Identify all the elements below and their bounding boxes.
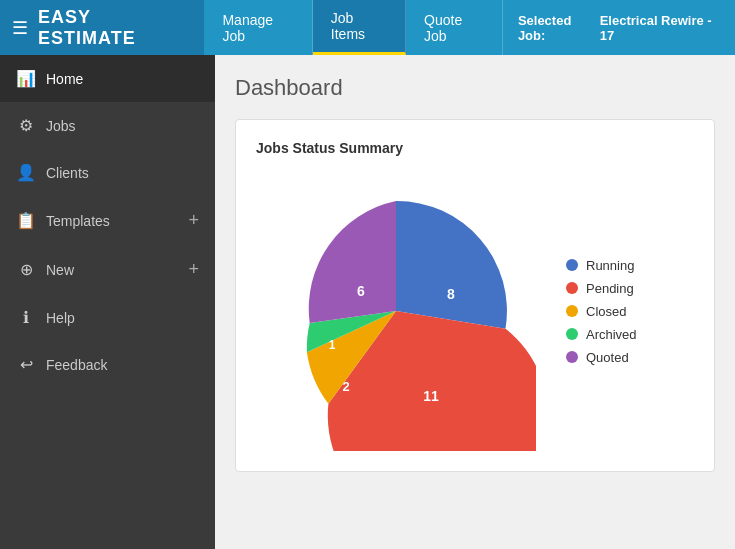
pie-chart: 8 11 2 1 6: [256, 171, 536, 451]
templates-plus-icon[interactable]: +: [188, 210, 199, 231]
svg-text:1: 1: [329, 338, 336, 352]
content-area: Dashboard Jobs Status Summary: [215, 55, 735, 549]
sidebar-item-jobs[interactable]: ⚙ Jobs: [0, 102, 215, 149]
main-layout: 📊 Home ⚙ Jobs 👤 Clients 📋 Templates + ⊕ …: [0, 55, 735, 549]
legend-dot-running: [566, 259, 578, 271]
sidebar-label-help: Help: [46, 310, 199, 326]
sidebar: 📊 Home ⚙ Jobs 👤 Clients 📋 Templates + ⊕ …: [0, 55, 215, 549]
top-bar: ☰ EASY ESTIMATE Manage Job Job Items Quo…: [0, 0, 735, 55]
top-bar-left: ☰ EASY ESTIMATE: [0, 0, 204, 55]
feedback-icon: ↩: [16, 355, 36, 374]
legend-dot-quoted: [566, 351, 578, 363]
new-icon: ⊕: [16, 260, 36, 279]
legend-label-archived: Archived: [586, 327, 637, 342]
sidebar-item-feedback[interactable]: ↩ Feedback: [0, 341, 215, 388]
tab-quote-job[interactable]: Quote Job: [406, 0, 503, 55]
legend-item-running: Running: [566, 258, 637, 273]
chart-legend: Running Pending Closed Archived: [566, 258, 637, 365]
legend-item-pending: Pending: [566, 281, 637, 296]
selected-job: Selected Job: Electrical Rewire - 17: [503, 0, 735, 55]
app-title: EASY ESTIMATE: [38, 7, 192, 49]
sidebar-label-home: Home: [46, 71, 199, 87]
sidebar-label-feedback: Feedback: [46, 357, 199, 373]
sidebar-label-clients: Clients: [46, 165, 199, 181]
sidebar-label-templates: Templates: [46, 213, 178, 229]
home-icon: 📊: [16, 69, 36, 88]
tab-job-items[interactable]: Job Items: [313, 0, 406, 55]
new-plus-icon[interactable]: +: [188, 259, 199, 280]
legend-label-closed: Closed: [586, 304, 626, 319]
jobs-icon: ⚙: [16, 116, 36, 135]
dashboard-card: Jobs Status Summary: [235, 119, 715, 472]
legend-label-quoted: Quoted: [586, 350, 629, 365]
top-bar-nav: Manage Job Job Items Quote Job Selected …: [204, 0, 735, 55]
legend-dot-archived: [566, 328, 578, 340]
legend-label-running: Running: [586, 258, 634, 273]
legend-item-closed: Closed: [566, 304, 637, 319]
svg-text:8: 8: [447, 286, 455, 302]
sidebar-item-clients[interactable]: 👤 Clients: [0, 149, 215, 196]
legend-dot-closed: [566, 305, 578, 317]
legend-dot-pending: [566, 282, 578, 294]
chart-area: 8 11 2 1 6 Running Pending: [256, 171, 694, 451]
svg-text:6: 6: [357, 283, 365, 299]
help-icon: ℹ: [16, 308, 36, 327]
sidebar-item-templates[interactable]: 📋 Templates +: [0, 196, 215, 245]
sidebar-label-new: New: [46, 262, 178, 278]
page-title: Dashboard: [235, 75, 715, 101]
legend-label-pending: Pending: [586, 281, 634, 296]
svg-text:11: 11: [423, 388, 439, 404]
legend-item-archived: Archived: [566, 327, 637, 342]
sidebar-item-home[interactable]: 📊 Home: [0, 55, 215, 102]
sidebar-item-help[interactable]: ℹ Help: [0, 294, 215, 341]
sidebar-label-jobs: Jobs: [46, 118, 199, 134]
sidebar-item-new[interactable]: ⊕ New +: [0, 245, 215, 294]
legend-item-quoted: Quoted: [566, 350, 637, 365]
chart-title: Jobs Status Summary: [256, 140, 694, 156]
templates-icon: 📋: [16, 211, 36, 230]
hamburger-icon[interactable]: ☰: [12, 17, 28, 39]
clients-icon: 👤: [16, 163, 36, 182]
tab-manage-job[interactable]: Manage Job: [204, 0, 312, 55]
svg-text:2: 2: [342, 379, 349, 394]
